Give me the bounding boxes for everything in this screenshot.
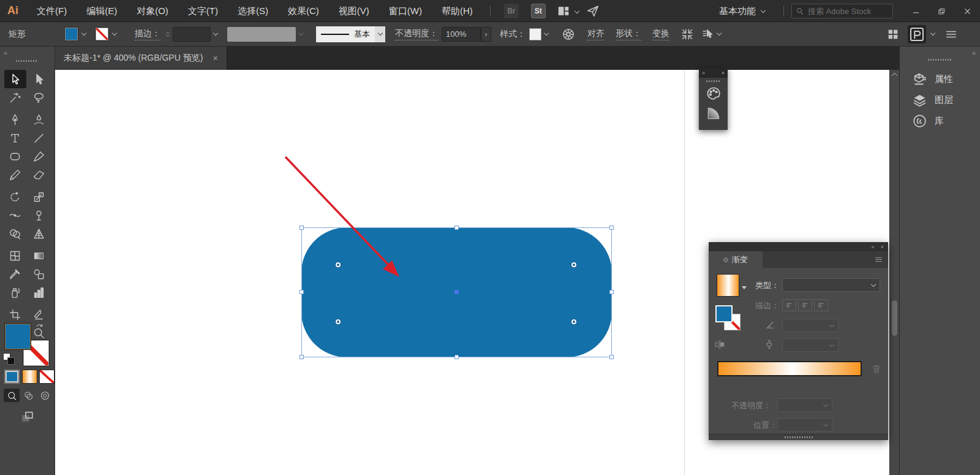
- stock-search[interactable]: [791, 4, 893, 18]
- selection-handle-ne[interactable]: [609, 226, 614, 230]
- mesh-tool[interactable]: [3, 246, 27, 265]
- opacity-expand-button[interactable]: ›: [481, 27, 491, 42]
- type-tool[interactable]: [3, 129, 27, 147]
- expand-icon[interactable]: »: [702, 70, 705, 76]
- paintbrush-tool[interactable]: [27, 147, 51, 165]
- menu-item[interactable]: 文件(F): [27, 0, 77, 21]
- menu-item[interactable]: 窗口(W): [379, 0, 432, 21]
- gradient-slider[interactable]: [717, 361, 862, 376]
- tab-gradient[interactable]: 渐变: [709, 251, 763, 268]
- palette-icon[interactable]: [706, 86, 722, 102]
- menu-item[interactable]: 效果(C): [278, 0, 329, 21]
- selection-handle-e[interactable]: [609, 290, 614, 294]
- menu-item[interactable]: 编辑(E): [77, 0, 127, 21]
- scale-tool[interactable]: [27, 188, 51, 206]
- selection-handle-nw[interactable]: [300, 226, 304, 230]
- fill-color-indicator[interactable]: [5, 324, 31, 349]
- lasso-tool[interactable]: [27, 88, 51, 107]
- opacity-label[interactable]: 不透明度：: [395, 28, 438, 40]
- draw-behind-icon[interactable]: [20, 389, 36, 402]
- stroke-color-swatch[interactable]: [96, 28, 108, 40]
- drag-grip[interactable]: [928, 59, 952, 61]
- selection-handle-w[interactable]: [300, 290, 304, 294]
- width-tool[interactable]: [3, 206, 27, 224]
- restore-button[interactable]: [929, 0, 954, 22]
- collapse-icon[interactable]: «: [4, 49, 7, 56]
- none-mode-button[interactable]: [39, 370, 55, 384]
- gradient-swatch[interactable]: [717, 274, 739, 297]
- dock-item[interactable]: 图层: [900, 89, 980, 110]
- stroke-chevron[interactable]: [110, 28, 119, 40]
- drag-grip[interactable]: [706, 80, 721, 82]
- fill-color-swatch[interactable]: [65, 28, 78, 40]
- menu-item[interactable]: 帮助(H): [432, 0, 483, 21]
- selection-handle-n[interactable]: [454, 226, 459, 230]
- panel-toggle-chevron[interactable]: [930, 31, 935, 36]
- select-similar-chevron[interactable]: [717, 31, 722, 36]
- gradient-type-select[interactable]: [782, 278, 880, 292]
- screen-mode-icon[interactable]: [20, 409, 35, 425]
- close-button[interactable]: [954, 0, 980, 22]
- dock-item[interactable]: 属性: [900, 69, 980, 89]
- live-corner-widget[interactable]: [571, 319, 576, 324]
- recolor-artwork-icon[interactable]: [562, 28, 575, 41]
- shape-label[interactable]: 形状：: [616, 28, 641, 40]
- minimize-button[interactable]: [903, 0, 929, 22]
- style-chevron[interactable]: [541, 28, 551, 40]
- menu-item[interactable]: 对象(O): [127, 0, 178, 21]
- default-fill-stroke-icon[interactable]: [3, 353, 15, 365]
- document-tab[interactable]: 未标题-1* @ 400% (RGB/GPU 预览) ×: [55, 47, 227, 70]
- stroke-weight-stepper[interactable]: [164, 27, 173, 42]
- isolate-object-icon[interactable]: [680, 28, 694, 41]
- line-tool[interactable]: [27, 129, 51, 147]
- eyedropper-tool[interactable]: [3, 265, 27, 283]
- search-input[interactable]: [807, 6, 880, 17]
- menu-item[interactable]: 选择(S): [228, 0, 278, 21]
- opacity-field[interactable]: 100%: [442, 27, 481, 42]
- symbol-sprayer-tool[interactable]: [3, 283, 27, 302]
- chevron-down-icon[interactable]: [575, 8, 579, 13]
- gradient-fill-indicator[interactable]: [715, 305, 733, 322]
- shaper-tool[interactable]: [3, 165, 27, 184]
- transform-label[interactable]: 变换: [652, 28, 669, 40]
- menu-item[interactable]: 文字(T): [178, 0, 228, 21]
- curvature-tool[interactable]: [27, 110, 51, 129]
- live-corner-widget[interactable]: [336, 319, 341, 324]
- gradient-swatch-chevron[interactable]: [742, 286, 747, 289]
- direct-selection-tool[interactable]: [27, 70, 51, 88]
- draw-normal-icon[interactable]: [4, 389, 20, 402]
- brush-chevron[interactable]: [375, 26, 385, 42]
- pen-tool[interactable]: [3, 110, 27, 129]
- collapse-icon[interactable]: «: [972, 49, 975, 56]
- brush-definition[interactable]: 基本: [316, 26, 375, 42]
- rotate-tool[interactable]: [3, 188, 27, 206]
- drag-grip[interactable]: [16, 60, 38, 62]
- panel-toggle-icon[interactable]: [908, 25, 926, 44]
- selection-tool[interactable]: [4, 70, 26, 88]
- panel-resize-grip[interactable]: [709, 434, 888, 440]
- eraser-tool[interactable]: [27, 165, 51, 184]
- selection-handle-sw[interactable]: [300, 355, 304, 359]
- blend-tool[interactable]: [27, 265, 51, 283]
- tab-close-icon[interactable]: ×: [213, 53, 217, 63]
- slice-tool[interactable]: [27, 305, 51, 324]
- style-swatch[interactable]: [529, 28, 541, 40]
- scroll-up-icon[interactable]: [892, 73, 898, 79]
- vertical-scrollbar[interactable]: [889, 70, 899, 475]
- stroke-weight-chevron[interactable]: [211, 28, 220, 40]
- artboard-tool[interactable]: [3, 305, 27, 324]
- stroke-weight-field[interactable]: [173, 27, 211, 42]
- bridge-badge[interactable]: Br: [504, 4, 519, 18]
- live-corner-widget[interactable]: [336, 262, 341, 267]
- list-menu-icon[interactable]: [944, 28, 958, 41]
- gradient-tool[interactable]: [27, 246, 51, 265]
- align-label[interactable]: 对齐: [587, 28, 605, 40]
- perspective-grid-tool[interactable]: [27, 224, 51, 243]
- close-icon[interactable]: ×: [722, 70, 725, 76]
- shape-center-point[interactable]: [454, 290, 459, 294]
- grid-view-icon[interactable]: [886, 28, 898, 41]
- stock-badge[interactable]: St: [531, 4, 546, 18]
- gradient-quarter-icon[interactable]: [706, 105, 722, 121]
- share-icon[interactable]: [586, 4, 600, 18]
- workspace-layout-icon[interactable]: [557, 4, 570, 18]
